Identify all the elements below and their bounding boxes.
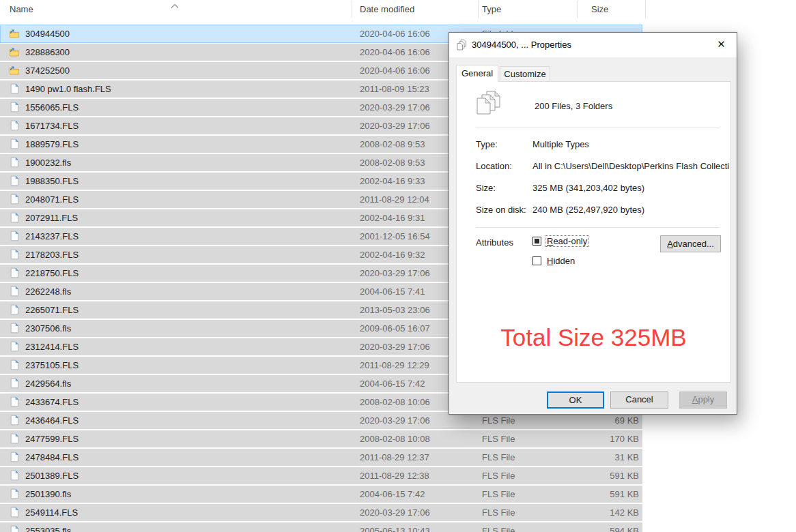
file-date-modified: 2011-08-29 12:38	[360, 467, 429, 485]
file-type: FLS File	[482, 448, 515, 467]
readonly-checkbox-row: Read-only	[532, 236, 588, 247]
tab-general[interactable]: General	[456, 65, 498, 82]
file-icon	[9, 194, 20, 205]
row-highlight	[0, 522, 642, 532]
file-name: 2307506.fls	[25, 319, 71, 338]
file-row[interactable]: 2478484.FLS2011-08-29 12:37FLS File31 KB	[0, 448, 642, 467]
file-date-modified: 2002-04-16 9:33	[360, 172, 425, 190]
separator	[476, 128, 720, 128]
close-icon[interactable]: ✕	[706, 33, 737, 56]
column-header-type[interactable]: Type	[482, 0, 571, 18]
file-date-modified: 2004-06-15 7:42	[360, 374, 425, 393]
file-icon	[9, 157, 20, 168]
column-divider[interactable]	[645, 1, 646, 18]
file-name: 1889579.FLS	[25, 135, 79, 153]
file-icon	[9, 378, 20, 389]
ok-button[interactable]: OK	[547, 391, 604, 409]
column-header-size[interactable]: Size	[591, 0, 639, 18]
dialog-titlebar[interactable]: 304944500, ... Properties ✕	[449, 33, 737, 57]
field-label: Size on disk:	[476, 205, 526, 215]
file-date-modified: 2005-06-13 10:43	[360, 522, 430, 532]
column-divider[interactable]	[577, 1, 578, 18]
row-highlight	[0, 486, 642, 503]
file-icon	[9, 396, 20, 407]
field-size: Size: 325 MB (341,203,402 bytes)	[457, 183, 730, 195]
tab-customize[interactable]: Customize	[500, 66, 550, 81]
folder-icon	[9, 65, 20, 76]
readonly-checkbox[interactable]	[532, 237, 541, 246]
file-date-modified: 2020-03-29 17:06	[360, 117, 430, 135]
file-icon	[9, 138, 20, 149]
file-name: 2178203.FLS	[25, 246, 79, 264]
file-name: 2501390.fls	[25, 485, 71, 503]
selection-summary: 200 Files, 3 Folders	[535, 101, 612, 111]
file-icon	[9, 359, 20, 370]
column-divider[interactable]	[478, 1, 479, 18]
file-name: 328886300	[25, 43, 70, 61]
dialog-title: 304944500, ... Properties	[472, 33, 571, 57]
file-icon	[9, 452, 20, 462]
file-date-modified: 2020-04-06 16:06	[360, 43, 430, 61]
file-name: 1988350.FLS	[25, 172, 79, 190]
file-name: 1556065.FLS	[25, 98, 79, 117]
file-name: 2375105.FLS	[25, 356, 79, 374]
file-date-modified: 2011-08-29 12:37	[360, 448, 429, 467]
file-icon	[9, 120, 20, 131]
file-name: 2549114.FLS	[25, 503, 78, 522]
file-icon	[9, 323, 20, 334]
advanced-button[interactable]: Advanced...	[660, 235, 721, 252]
file-row[interactable]: 2501390.fls2004-06-15 7:42FLS File591 KB	[0, 485, 642, 503]
file-name: 304944500	[25, 25, 70, 43]
hidden-label[interactable]: Hidden	[545, 256, 576, 266]
cancel-button[interactable]: Cancel	[610, 391, 668, 409]
file-date-modified: 2002-04-16 9:32	[360, 246, 425, 264]
general-tab-page: 200 Files, 3 Folders Type: Multiple Type…	[456, 81, 731, 383]
apply-button[interactable]: Apply	[679, 391, 727, 409]
file-row[interactable]: 2549114.FLS2020-03-29 17:06FLS File142 K…	[0, 503, 642, 522]
field-label: Type:	[476, 139, 498, 149]
field-label: Size:	[476, 183, 496, 193]
file-row[interactable]: 2553035.fls2005-06-13 10:43FLS File594 K…	[0, 522, 642, 532]
file-name: 2218750.FLS	[25, 264, 79, 282]
field-size-on-disk: Size on disk: 240 MB (252,497,920 bytes)	[457, 205, 730, 217]
file-type: FLS File	[482, 485, 515, 503]
column-header-date-modified[interactable]: Date modified	[360, 0, 472, 18]
field-location: Location: All in C:\Users\Dell\Desktop\P…	[457, 161, 730, 173]
field-value: 325 MB (341,203,402 bytes)	[532, 183, 729, 193]
file-name: 2265071.FLS	[25, 301, 79, 319]
row-highlight	[0, 430, 642, 447]
files-stack-icon	[474, 90, 509, 124]
file-icon	[9, 212, 20, 223]
file-name: 2478484.FLS	[25, 448, 79, 467]
file-date-modified: 2020-03-29 17:06	[360, 338, 430, 356]
file-date-modified: 2011-08-29 12:29	[360, 356, 429, 374]
file-type: FLS File	[482, 430, 515, 448]
file-row[interactable]: 2477599.FLS2008-02-08 10:08FLS File170 K…	[0, 430, 642, 448]
column-header-name[interactable]: Name	[10, 0, 344, 18]
file-name: 2262248.fls	[25, 282, 71, 301]
file-date-modified: 2001-12-05 16:54	[360, 227, 430, 246]
readonly-label[interactable]: Read-only	[545, 236, 588, 246]
field-type: Type: Multiple Types	[457, 139, 730, 151]
file-size: 31 KB	[615, 448, 639, 467]
folder-icon	[9, 46, 20, 57]
file-icon	[9, 83, 20, 94]
file-icon	[9, 267, 20, 278]
folder-icon	[9, 28, 20, 39]
file-name: 2429564.fls	[25, 374, 71, 393]
field-label: Location:	[476, 161, 512, 171]
hidden-checkbox-row: Hidden	[532, 256, 576, 267]
file-date-modified: 2020-03-29 17:06	[360, 503, 430, 522]
file-row[interactable]: 2501389.FLS2011-08-29 12:38FLS File591 K…	[0, 467, 642, 485]
multiple-files-icon	[456, 39, 468, 50]
list-header: Name Date modified Type Size	[0, 0, 796, 18]
file-name: 2433674.FLS	[25, 393, 79, 411]
field-value: Multiple Types	[532, 139, 729, 149]
file-type: FLS File	[482, 522, 515, 532]
file-size: 594 KB	[610, 522, 639, 532]
file-name: 2501389.FLS	[25, 467, 79, 485]
column-divider[interactable]	[352, 1, 352, 18]
field-value: All in C:\Users\Dell\Desktop\Perkins Fla…	[532, 161, 729, 171]
hidden-checkbox[interactable]	[532, 256, 541, 265]
file-icon	[9, 488, 20, 499]
